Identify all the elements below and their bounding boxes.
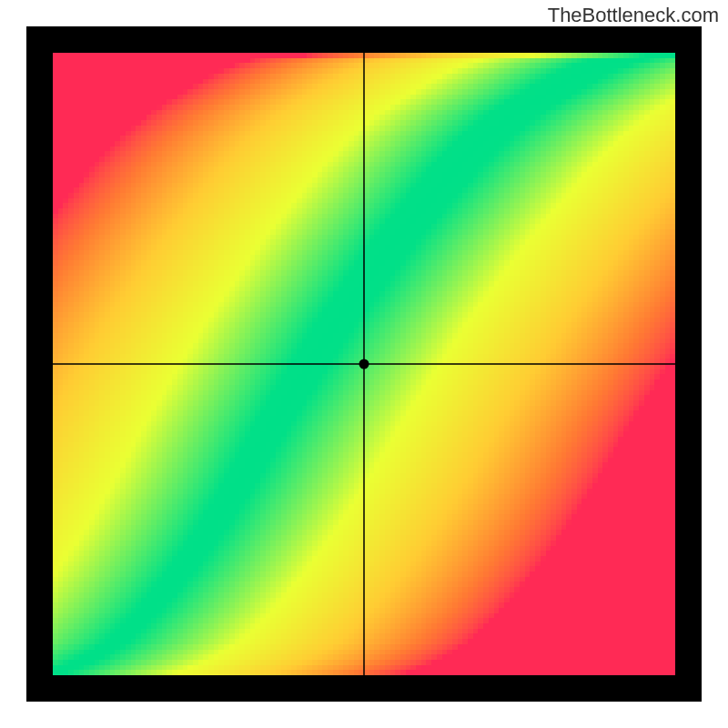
heatmap-canvas — [26, 26, 702, 702]
watermark-label: TheBottleneck.com — [548, 4, 719, 27]
chart-container: TheBottleneck.com — [0, 0, 728, 728]
plot-frame — [26, 26, 702, 702]
